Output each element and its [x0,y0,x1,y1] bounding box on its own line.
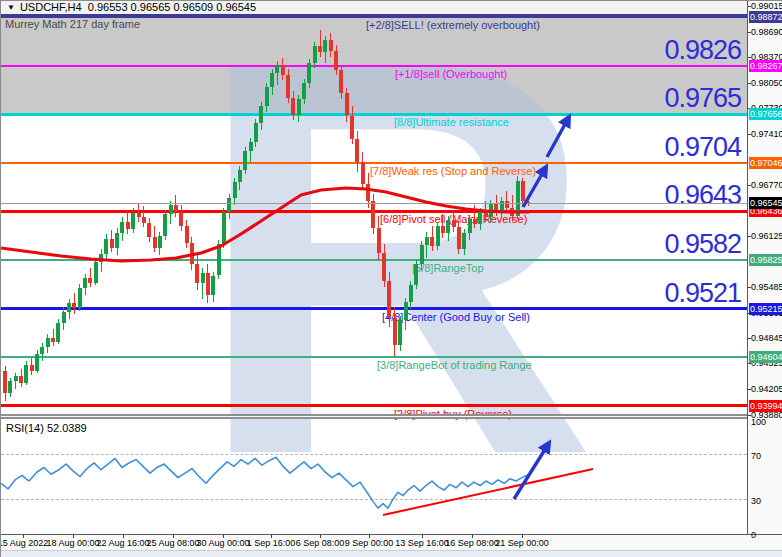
big-price-label-5-8: 0.9582 [581,229,741,260]
candle-body [227,198,231,212]
rsi-axis-label: 100 [751,417,766,427]
candle-body [494,204,498,211]
candle-body [265,87,269,106]
rsi-guide-30 [1,499,747,500]
price-tick-label: 0.99015 [751,1,782,11]
candle-body [3,371,7,392]
murrey-level-label-3-8: [3/8]RangeBot of trading Range [377,359,532,371]
axis-badge-3-8: 0.94604 [749,351,782,363]
ohlc-values: 0.96553 0.96565 0.96509 0.96545 [88,1,256,13]
axis-badge-current-price: 0.96545 [749,197,782,209]
symbol-timeframe-label: USDCHF,H4 [20,1,82,13]
rsi-indicator-label: RSI(14) 52.0389 [6,422,87,434]
candle-body [163,214,167,235]
time-tick-label: 21 Sep 00:00 [495,538,549,548]
candle-body [270,73,274,87]
murrey-level-line-2-8 [1,404,747,407]
candle-body [142,217,146,223]
candle-body [281,65,285,75]
candle-body [473,219,477,224]
candle-body [222,212,226,244]
candle-body [8,381,12,392]
candle-body [457,227,461,249]
candle-body [452,220,456,227]
time-tick-label: 1 Sep 16:00 [247,538,296,548]
candle-body [35,354,39,371]
candle-body [110,239,114,248]
candle-body [468,219,472,233]
candle-body [24,365,28,383]
axis-badge-plus-1-8: 0.98267 [749,60,782,72]
price-tick-label: 0.96770 [751,180,782,190]
candle-body [83,278,87,288]
rsi-guide-70 [1,454,747,455]
candle-wick [320,30,321,57]
candle-body [350,116,354,139]
candle-body [387,281,391,318]
candle-body [366,184,370,202]
collapse-ohlc-arrow-icon[interactable]: ▼ [7,1,15,14]
big-price-label-4-8: 0.9521 [581,278,741,309]
candle-body [115,233,119,248]
big-price-label-8-8: 0.9765 [581,83,741,114]
big-price-label-plus-1-8: 0.9826 [581,35,741,66]
candle-body [104,239,108,254]
candle-body [40,347,44,354]
candle-body [120,222,124,232]
price-tick-label: 0.97410 [751,129,782,139]
candle-body [254,123,258,142]
time-tick-label: 16 Sep 08:00 [445,538,499,548]
candle-body [510,208,514,216]
candle-body [484,212,488,218]
candle-body [88,278,92,284]
price-tick-label: 0.96125 [751,231,782,241]
rsi-axis-label: 30 [751,496,761,506]
axis-badge-plus-2-8: 0.98872 [749,11,782,23]
candle-body [398,320,402,345]
time-tick-label: 13 Sep 16:00 [395,538,449,548]
candle-body [355,139,359,163]
murrey-level-label-8-8: [8/8]Ultimate resistance [394,116,509,128]
candle-body [206,273,210,295]
candle-body [19,376,23,383]
candle-body [297,99,301,115]
time-tick-label: 15 Aug 2022 [0,538,48,548]
candle-body [259,106,263,123]
candle-body [323,40,327,52]
candle-body [126,222,130,229]
candle-body [441,226,445,233]
candle-body [521,181,525,202]
candle-body [478,212,482,224]
candle-body [414,264,418,285]
candle-body [78,288,82,308]
candle-body [211,276,215,296]
big-price-label-6-8: 0.9643 [581,180,741,211]
candle-body [30,365,34,371]
axis-badge-8-8: 0.97656 [749,108,782,120]
axis-badge-2-8: 0.93994 [749,400,782,412]
candle-body [217,244,221,276]
candle-body [307,63,311,83]
candle-body [153,237,157,247]
candle-body [404,302,408,320]
mt4-chart-window: R ▼USDCHF,H4 0.96553 0.96565 0.96509 0.9… [0,0,782,557]
time-tick-label: 25 Aug 08:00 [146,538,199,548]
candle-body [446,220,450,234]
indicator-name-label: Murrey Math 217 day frame [5,18,140,30]
candle-body [147,223,151,237]
window-bottom-strip [1,550,782,557]
candle-body [62,312,66,323]
axis-badge-4-8: 0.95215 [749,303,782,315]
candle-body [46,338,50,348]
candle-body [291,98,295,115]
price-tick-label: 0.98690 [751,27,782,37]
candle-body [158,236,162,248]
candle-body [243,151,247,171]
candle-body [377,228,381,253]
time-tick-label: 6 Sep 08:00 [296,538,345,548]
candle-body [72,303,76,308]
candle-body [409,285,413,302]
candle-body [179,212,183,226]
candle-body [67,303,71,312]
axis-badge-7-8: 0.97046 [749,157,782,169]
